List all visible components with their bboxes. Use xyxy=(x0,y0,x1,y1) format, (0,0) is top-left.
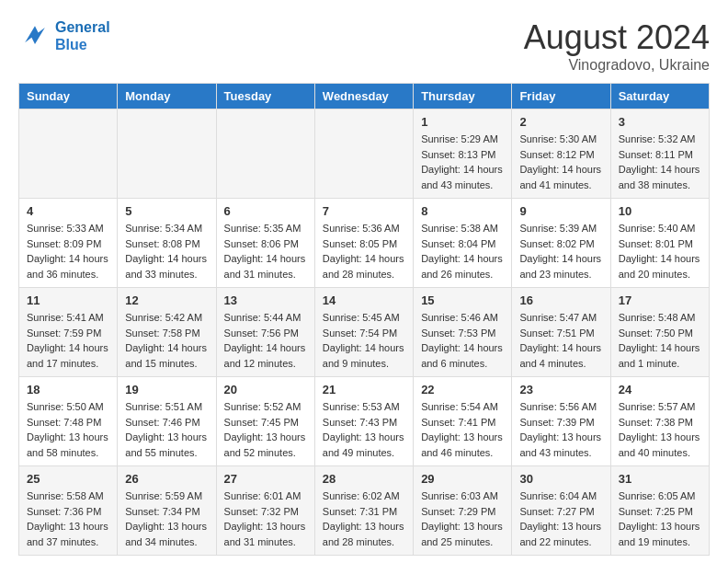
calendar-cell: 27Sunrise: 6:01 AMSunset: 7:32 PMDayligh… xyxy=(216,466,314,556)
day-info: Sunrise: 5:35 AMSunset: 8:06 PMDaylight:… xyxy=(224,221,307,282)
calendar-cell: 22Sunrise: 5:54 AMSunset: 7:41 PMDayligh… xyxy=(414,377,512,466)
day-info: Sunrise: 5:52 AMSunset: 7:45 PMDaylight:… xyxy=(224,399,307,460)
day-info: Sunrise: 5:56 AMSunset: 7:39 PMDaylight:… xyxy=(519,399,602,460)
day-number: 12 xyxy=(125,293,208,307)
day-info: Sunrise: 5:44 AMSunset: 7:56 PMDaylight:… xyxy=(224,310,307,371)
weekday-header: Monday xyxy=(118,84,216,109)
day-number: 3 xyxy=(619,115,701,129)
logo: General Blue xyxy=(18,18,110,53)
day-info: Sunrise: 5:32 AMSunset: 8:11 PMDaylight:… xyxy=(619,132,701,192)
day-number: 28 xyxy=(323,472,405,486)
day-info: Sunrise: 5:46 AMSunset: 7:53 PMDaylight:… xyxy=(421,310,504,371)
calendar-week-row: 25Sunrise: 5:58 AMSunset: 7:36 PMDayligh… xyxy=(19,466,710,556)
calendar-table: SundayMondayTuesdayWednesdayThursdayFrid… xyxy=(18,83,710,556)
logo-line2: Blue xyxy=(55,37,87,52)
calendar-cell: 6Sunrise: 5:35 AMSunset: 8:06 PMDaylight… xyxy=(216,199,314,288)
day-info: Sunrise: 5:45 AMSunset: 7:54 PMDaylight:… xyxy=(323,310,405,371)
calendar-cell: 30Sunrise: 6:04 AMSunset: 7:27 PMDayligh… xyxy=(512,466,610,556)
calendar-cell: 9Sunrise: 5:39 AMSunset: 8:02 PMDaylight… xyxy=(512,199,610,288)
logo-icon xyxy=(18,19,51,52)
day-info: Sunrise: 5:40 AMSunset: 8:01 PMDaylight:… xyxy=(619,221,701,282)
calendar-cell: 17Sunrise: 5:48 AMSunset: 7:50 PMDayligh… xyxy=(610,288,709,377)
day-number: 31 xyxy=(619,472,701,486)
day-number: 1 xyxy=(421,115,504,129)
day-number: 23 xyxy=(519,383,602,396)
day-number: 9 xyxy=(519,204,602,218)
day-info: Sunrise: 5:57 AMSunset: 7:38 PMDaylight:… xyxy=(619,399,701,460)
day-info: Sunrise: 6:05 AMSunset: 7:25 PMDaylight:… xyxy=(619,488,701,549)
day-info: Sunrise: 5:29 AMSunset: 8:13 PMDaylight:… xyxy=(421,132,504,192)
calendar-cell: 13Sunrise: 5:44 AMSunset: 7:56 PMDayligh… xyxy=(216,288,314,377)
day-info: Sunrise: 5:53 AMSunset: 7:43 PMDaylight:… xyxy=(323,399,405,460)
calendar-week-row: 1Sunrise: 5:29 AMSunset: 8:13 PMDaylight… xyxy=(19,109,710,199)
day-info: Sunrise: 5:38 AMSunset: 8:04 PMDaylight:… xyxy=(421,221,504,282)
calendar-cell: 7Sunrise: 5:36 AMSunset: 8:05 PMDaylight… xyxy=(314,199,413,288)
calendar-cell: 2Sunrise: 5:30 AMSunset: 8:12 PMDaylight… xyxy=(512,109,610,199)
calendar-cell: 5Sunrise: 5:34 AMSunset: 8:08 PMDaylight… xyxy=(118,199,216,288)
calendar-cell xyxy=(19,109,118,199)
calendar-cell: 23Sunrise: 5:56 AMSunset: 7:39 PMDayligh… xyxy=(512,377,610,466)
day-number: 30 xyxy=(519,472,602,486)
calendar-cell: 12Sunrise: 5:42 AMSunset: 7:58 PMDayligh… xyxy=(118,288,216,377)
calendar-cell: 1Sunrise: 5:29 AMSunset: 8:13 PMDaylight… xyxy=(414,109,512,199)
day-info: Sunrise: 5:41 AMSunset: 7:59 PMDaylight:… xyxy=(27,310,109,371)
calendar-cell: 21Sunrise: 5:53 AMSunset: 7:43 PMDayligh… xyxy=(314,377,413,466)
calendar-cell: 19Sunrise: 5:51 AMSunset: 7:46 PMDayligh… xyxy=(118,377,216,466)
calendar-cell: 11Sunrise: 5:41 AMSunset: 7:59 PMDayligh… xyxy=(19,288,118,377)
day-number: 15 xyxy=(421,293,504,307)
day-number: 16 xyxy=(519,293,602,307)
day-number: 25 xyxy=(27,472,109,486)
logo-text: General Blue xyxy=(55,18,110,53)
title-block: August 2024 Vinogradovo, Ukraine xyxy=(524,18,710,74)
day-number: 2 xyxy=(519,115,602,129)
calendar-cell: 26Sunrise: 5:59 AMSunset: 7:34 PMDayligh… xyxy=(118,466,216,556)
calendar-cell: 16Sunrise: 5:47 AMSunset: 7:51 PMDayligh… xyxy=(512,288,610,377)
day-number: 21 xyxy=(323,383,405,396)
day-info: Sunrise: 6:04 AMSunset: 7:27 PMDaylight:… xyxy=(519,488,602,549)
weekday-header: Thursday xyxy=(414,84,512,109)
svg-marker-1 xyxy=(25,26,45,44)
day-info: Sunrise: 5:30 AMSunset: 8:12 PMDaylight:… xyxy=(519,132,602,192)
day-info: Sunrise: 5:33 AMSunset: 8:09 PMDaylight:… xyxy=(27,221,109,282)
day-info: Sunrise: 5:42 AMSunset: 7:58 PMDaylight:… xyxy=(125,310,208,371)
calendar-cell: 10Sunrise: 5:40 AMSunset: 8:01 PMDayligh… xyxy=(610,199,709,288)
day-number: 7 xyxy=(323,204,405,218)
weekday-header: Sunday xyxy=(19,84,118,109)
calendar-cell: 8Sunrise: 5:38 AMSunset: 8:04 PMDaylight… xyxy=(414,199,512,288)
calendar-cell: 18Sunrise: 5:50 AMSunset: 7:48 PMDayligh… xyxy=(19,377,118,466)
day-number: 14 xyxy=(323,293,405,307)
calendar-cell: 4Sunrise: 5:33 AMSunset: 8:09 PMDaylight… xyxy=(19,199,118,288)
calendar-cell xyxy=(118,109,216,199)
calendar-cell: 3Sunrise: 5:32 AMSunset: 8:11 PMDaylight… xyxy=(610,109,709,199)
day-info: Sunrise: 6:02 AMSunset: 7:31 PMDaylight:… xyxy=(323,488,405,549)
calendar-week-row: 4Sunrise: 5:33 AMSunset: 8:09 PMDaylight… xyxy=(19,199,710,288)
day-number: 26 xyxy=(125,472,208,486)
location: Vinogradovo, Ukraine xyxy=(524,57,710,74)
calendar-cell xyxy=(314,109,413,199)
calendar-cell: 29Sunrise: 6:03 AMSunset: 7:29 PMDayligh… xyxy=(414,466,512,556)
day-info: Sunrise: 5:39 AMSunset: 8:02 PMDaylight:… xyxy=(519,221,602,282)
calendar-cell: 28Sunrise: 6:02 AMSunset: 7:31 PMDayligh… xyxy=(314,466,413,556)
day-info: Sunrise: 5:34 AMSunset: 8:08 PMDaylight:… xyxy=(125,221,208,282)
day-number: 17 xyxy=(619,293,701,307)
day-info: Sunrise: 6:03 AMSunset: 7:29 PMDaylight:… xyxy=(421,488,504,549)
day-info: Sunrise: 5:47 AMSunset: 7:51 PMDaylight:… xyxy=(519,310,602,371)
page-header: General Blue August 2024 Vinogradovo, Uk… xyxy=(18,18,710,74)
day-number: 22 xyxy=(421,383,504,396)
day-info: Sunrise: 5:48 AMSunset: 7:50 PMDaylight:… xyxy=(619,310,701,371)
day-info: Sunrise: 5:59 AMSunset: 7:34 PMDaylight:… xyxy=(125,488,208,549)
day-number: 27 xyxy=(224,472,307,486)
calendar-week-row: 18Sunrise: 5:50 AMSunset: 7:48 PMDayligh… xyxy=(19,377,710,466)
calendar-cell: 25Sunrise: 5:58 AMSunset: 7:36 PMDayligh… xyxy=(19,466,118,556)
day-number: 24 xyxy=(619,383,701,396)
month-year: August 2024 xyxy=(524,18,710,57)
day-info: Sunrise: 5:54 AMSunset: 7:41 PMDaylight:… xyxy=(421,399,504,460)
day-number: 10 xyxy=(619,204,701,218)
weekday-header-row: SundayMondayTuesdayWednesdayThursdayFrid… xyxy=(19,84,710,109)
calendar-cell: 14Sunrise: 5:45 AMSunset: 7:54 PMDayligh… xyxy=(314,288,413,377)
weekday-header: Wednesday xyxy=(314,84,413,109)
weekday-header: Tuesday xyxy=(216,84,314,109)
day-number: 20 xyxy=(224,383,307,396)
day-info: Sunrise: 5:50 AMSunset: 7:48 PMDaylight:… xyxy=(27,399,109,460)
day-number: 29 xyxy=(421,472,504,486)
